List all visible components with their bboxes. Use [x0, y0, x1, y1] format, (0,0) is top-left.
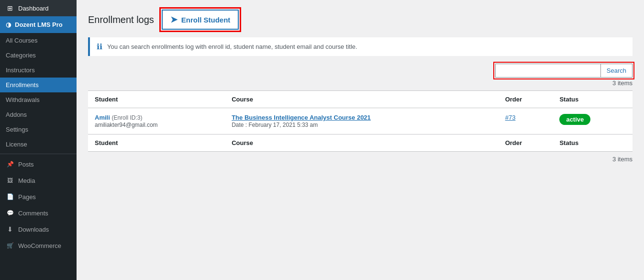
woocommerce-icon — [6, 241, 14, 250]
col-header-status: Status — [553, 91, 633, 108]
pages-icon — [6, 192, 14, 201]
sidebar-item-woocommerce[interactable]: WooCommerce — [0, 237, 77, 254]
cell-student: Amili (Enroll ID:3) amiliakter94@gmail.c… — [88, 108, 225, 134]
status-badge: active — [559, 114, 590, 125]
sidebar-item-downloads[interactable]: Downloads — [0, 221, 77, 237]
cell-order: #73 — [499, 108, 553, 134]
downloads-label: Downloads — [18, 226, 49, 233]
items-count-bottom: 3 items — [88, 156, 633, 163]
cell-course: The Business Intelligence Analyst Course… — [225, 108, 499, 134]
media-icon — [6, 176, 14, 185]
categories-label: Categories — [6, 52, 36, 59]
sidebar-item-dashboard[interactable]: Dashboard — [0, 0, 77, 16]
info-icon: ℹ — [97, 42, 102, 51]
sidebar-item-instructors[interactable]: Instructors — [0, 63, 77, 78]
comments-icon — [6, 209, 14, 217]
student-email: amiliakter94@gmail.com — [95, 122, 158, 128]
sidebar: Dashboard Dozent LMS Pro All Courses Cat… — [0, 0, 77, 280]
dozent-label: Dozent LMS Pro — [15, 21, 63, 28]
sidebar-item-media[interactable]: Media — [0, 172, 77, 189]
woocommerce-label: WooCommerce — [18, 242, 61, 249]
enrollments-label: Enrollments — [6, 81, 39, 89]
pages-label: Pages — [18, 193, 36, 201]
course-link[interactable]: The Business Intelligence Analyst Course… — [232, 114, 492, 121]
table-row: Amili (Enroll ID:3) amiliakter94@gmail.c… — [88, 108, 633, 134]
course-date: Date : February 17, 2021 5:33 am — [232, 122, 318, 128]
enroll-btn-label: Enroll Student — [181, 16, 231, 24]
col-footer-course: Course — [225, 134, 499, 152]
dozent-lms-header[interactable]: Dozent LMS Pro — [0, 16, 77, 33]
main-content: Enrollment logs ➤ Enroll Student ℹ You c… — [77, 0, 644, 280]
enrollment-table: Student Course Order Status Amili (Enrol… — [88, 90, 633, 152]
sidebar-item-settings[interactable]: Settings — [0, 122, 77, 137]
downloads-icon — [6, 225, 14, 234]
enroll-icon: ➤ — [170, 14, 178, 25]
cell-status: active — [553, 108, 633, 134]
page-header: Enrollment logs ➤ Enroll Student — [88, 10, 633, 30]
info-bar: ℹ You can search enrollments log with en… — [88, 37, 633, 56]
comments-label: Comments — [18, 210, 48, 217]
settings-label: Settings — [6, 126, 28, 133]
license-label: License — [6, 141, 27, 148]
withdrawals-label: Withdrawals — [6, 96, 40, 103]
all-courses-label: All Courses — [6, 37, 37, 44]
enroll-student-button[interactable]: ➤ Enroll Student — [162, 10, 239, 30]
table-header-row: Student Course Order Status — [88, 91, 633, 108]
col-footer-status: Status — [553, 134, 633, 152]
sidebar-item-posts[interactable]: Posts — [0, 156, 77, 172]
sidebar-item-addons[interactable]: Addons — [0, 107, 77, 122]
posts-icon — [6, 160, 14, 168]
items-count-top: 3 items — [88, 79, 633, 87]
sidebar-item-license[interactable]: License — [0, 137, 77, 152]
media-label: Media — [18, 177, 35, 184]
dashboard-icon — [6, 4, 14, 12]
enroll-id: (Enroll ID:3) — [111, 114, 142, 121]
search-button[interactable]: Search — [600, 64, 633, 78]
sidebar-item-dashboard-label: Dashboard — [18, 5, 49, 12]
sidebar-item-withdrawals[interactable]: Withdrawals — [0, 92, 77, 107]
order-link[interactable]: #73 — [505, 114, 516, 121]
dozent-menu: All Courses Categories Instructors Enrol… — [0, 33, 77, 152]
instructors-label: Instructors — [6, 67, 35, 74]
sidebar-item-pages[interactable]: Pages — [0, 189, 77, 205]
col-header-order: Order — [499, 91, 553, 108]
col-footer-student: Student — [88, 134, 225, 152]
sidebar-item-comments[interactable]: Comments — [0, 205, 77, 221]
col-header-course: Course — [225, 91, 499, 108]
search-area: Search — [88, 64, 633, 78]
search-input[interactable] — [495, 64, 600, 78]
table-footer-row: Student Course Order Status — [88, 134, 633, 152]
sidebar-item-enrollments[interactable]: Enrollments — [0, 78, 77, 92]
dozent-icon — [6, 21, 11, 28]
info-message: You can search enrollments log with enro… — [107, 43, 357, 50]
page-title: Enrollment logs — [88, 14, 154, 25]
student-name[interactable]: Amili — [95, 114, 110, 121]
addons-label: Addons — [6, 111, 27, 118]
col-header-student: Student — [88, 91, 225, 108]
sidebar-divider-1 — [0, 154, 77, 154]
col-footer-order: Order — [499, 134, 553, 152]
posts-label: Posts — [18, 161, 34, 168]
search-box: Search — [495, 64, 633, 78]
sidebar-item-categories[interactable]: Categories — [0, 48, 77, 63]
sidebar-item-all-courses[interactable]: All Courses — [0, 33, 77, 48]
